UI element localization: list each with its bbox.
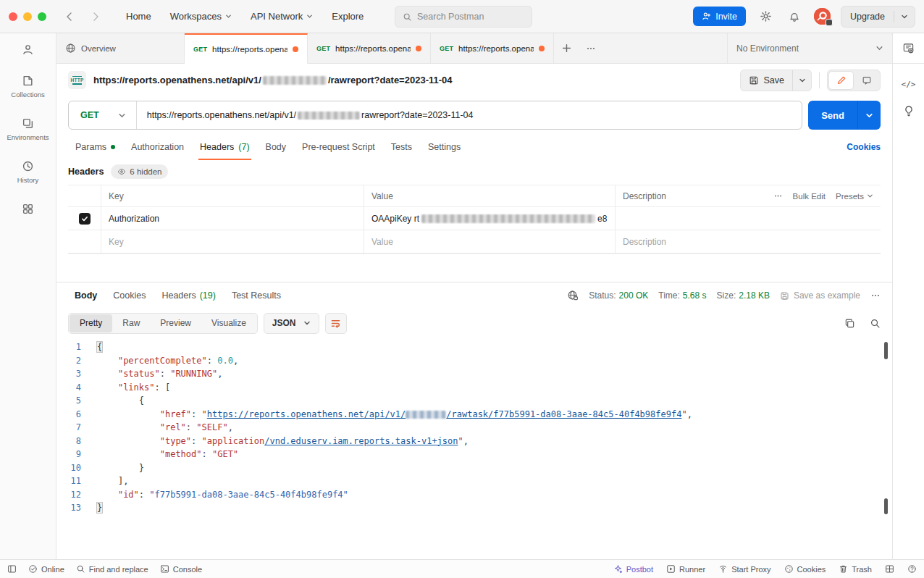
trash-button[interactable]: Trash — [839, 564, 872, 574]
environment-quick-look-button[interactable] — [893, 33, 924, 64]
view-visualize[interactable]: Visualize — [201, 314, 256, 332]
new-tab-button[interactable] — [554, 33, 579, 63]
tab-body[interactable]: Body — [259, 134, 294, 160]
url-input[interactable]: https://reports.openathens.net/api/v1/ra… — [137, 110, 484, 120]
sidebar-item-apps[interactable] — [22, 203, 34, 215]
view-preview[interactable]: Preview — [150, 314, 201, 332]
request-title[interactable]: https://reports.openathens.net/api/v1//r… — [93, 75, 453, 85]
method-select[interactable]: GET — [69, 101, 137, 129]
response-status[interactable]: Status:200 OK — [589, 290, 648, 301]
environment-selector[interactable]: No Environment — [727, 33, 892, 63]
bulk-edit-button[interactable]: Bulk Edit — [793, 192, 826, 201]
cookies-button[interactable]: Cookies — [784, 564, 826, 574]
sidebar-item-collections[interactable]: Collections — [11, 75, 44, 99]
header-value-cell[interactable]: OAApiKey rte8 — [364, 207, 616, 230]
request-tab-strip: Overview GET https://reports.openath GET… — [56, 33, 892, 64]
header-key-cell[interactable]: Authorization — [101, 207, 364, 230]
tab-tests[interactable]: Tests — [384, 134, 419, 160]
response-link[interactable]: /vnd.eduserv.iam.reports.task-v1+json — [264, 436, 458, 446]
view-pretty[interactable]: Pretty — [70, 314, 112, 332]
chevron-down-icon[interactable] — [894, 13, 915, 20]
value-placeholder[interactable]: Value — [364, 230, 616, 253]
tab-request-1[interactable]: GET https://reports.openath — [185, 33, 308, 64]
chevron-down-icon — [225, 13, 232, 20]
response-size[interactable]: Size:2.18 KB — [717, 290, 770, 301]
upgrade-button[interactable]: Upgrade — [841, 6, 915, 28]
online-status[interactable]: Online — [28, 564, 64, 574]
response-body-editor[interactable]: 1{2 "percentComplete": 0.0,3 "status": "… — [56, 338, 892, 559]
search-icon — [403, 12, 412, 22]
nav-api-network[interactable]: API Network — [243, 7, 320, 26]
sidebar-item-history[interactable]: History — [17, 160, 39, 184]
nav-workspaces[interactable]: Workspaces — [163, 7, 239, 26]
comment-icon[interactable] — [854, 71, 879, 90]
nav-explore[interactable]: Explore — [324, 7, 371, 26]
response-tab-body[interactable]: Body — [68, 290, 104, 301]
save-options-button[interactable] — [792, 70, 812, 91]
copy-response-button[interactable] — [844, 318, 855, 329]
wrap-lines-button[interactable] — [325, 313, 347, 334]
table-options-button[interactable] — [773, 191, 783, 201]
response-tab-test-results[interactable]: Test Results — [225, 290, 287, 301]
response-link[interactable]: /rawtask/f77b5991-da08-3aae-84c5-40f4b98… — [446, 409, 681, 419]
response-link[interactable]: https://reports.openathens.net/api/v1/ — [207, 409, 406, 419]
response-time[interactable]: Time:5.68 s — [658, 290, 706, 301]
tab-request-3[interactable]: GET https://reports.openath — [431, 33, 554, 63]
sidebar-item-user[interactable] — [22, 43, 34, 56]
search-input[interactable]: Search Postman — [395, 6, 532, 28]
tab-authorization[interactable]: Authorization — [124, 134, 191, 160]
header-description-cell[interactable] — [616, 207, 881, 230]
find-and-replace-button[interactable]: Find and replace — [76, 564, 148, 574]
postbot-button[interactable]: Postbot — [613, 564, 653, 574]
code-snippet-button[interactable]: </> — [902, 80, 916, 89]
response-tab-headers[interactable]: Headers(19) — [155, 290, 222, 301]
tab-options-button[interactable] — [579, 33, 603, 63]
format-select[interactable]: JSON — [264, 313, 319, 334]
minimize-window-button[interactable] — [23, 12, 32, 21]
tab-overview[interactable]: Overview — [56, 33, 185, 63]
help-button[interactable] — [907, 564, 917, 574]
scrollbar-thumb[interactable] — [884, 498, 888, 514]
notifications-bell-icon[interactable] — [785, 7, 804, 26]
code-token: " — [681, 409, 686, 419]
settings-gear-icon[interactable] — [756, 7, 775, 26]
tab-request-2[interactable]: GET https://reports.openath — [308, 33, 431, 63]
maximize-window-button[interactable] — [38, 12, 46, 21]
tab-headers[interactable]: Headers(7) — [193, 134, 257, 160]
cookies-link[interactable]: Cookies — [847, 134, 881, 160]
tab-pre-request-script[interactable]: Pre-request Script — [295, 134, 382, 160]
view-raw[interactable]: Raw — [112, 314, 150, 332]
code-token: "application — [202, 436, 265, 446]
send-button[interactable]: Send — [808, 101, 857, 130]
code-token — [97, 395, 139, 406]
toggle-sidebar-button[interactable] — [7, 564, 17, 574]
tab-params[interactable]: Params — [68, 134, 122, 160]
panes-button[interactable] — [885, 564, 894, 574]
header-enabled-checkbox[interactable] — [79, 213, 91, 225]
response-options-button[interactable] — [870, 290, 881, 301]
forward-arrow-icon[interactable] — [85, 7, 106, 27]
key-placeholder[interactable]: Key — [101, 230, 364, 253]
response-tab-cookies[interactable]: Cookies — [106, 290, 152, 301]
presets-button[interactable]: Presets — [836, 192, 873, 201]
search-response-button[interactable] — [870, 318, 881, 329]
avatar[interactable] — [814, 8, 831, 25]
tab-settings[interactable]: Settings — [421, 134, 468, 160]
save-button[interactable]: Save — [740, 70, 793, 91]
send-options-button[interactable] — [857, 101, 881, 130]
edit-pencil-icon[interactable] — [828, 71, 854, 90]
runner-button[interactable]: Runner — [666, 564, 705, 574]
sidebar-item-environments[interactable]: Environments — [7, 117, 49, 141]
hidden-headers-badge[interactable]: 6 hidden — [111, 164, 168, 179]
scrollbar-thumb[interactable] — [884, 342, 888, 359]
code-token: : — [207, 356, 217, 366]
lightbulb-icon[interactable] — [903, 105, 915, 117]
nav-home[interactable]: Home — [119, 7, 159, 26]
console-button[interactable]: Console — [160, 564, 202, 574]
start-proxy-button[interactable]: Start Proxy — [718, 564, 770, 574]
save-as-example-button[interactable]: Save as example — [780, 290, 860, 301]
description-placeholder[interactable]: Description — [616, 230, 881, 253]
close-window-button[interactable] — [9, 12, 17, 21]
invite-button[interactable]: Invite — [693, 7, 746, 26]
back-arrow-icon[interactable] — [59, 7, 80, 27]
